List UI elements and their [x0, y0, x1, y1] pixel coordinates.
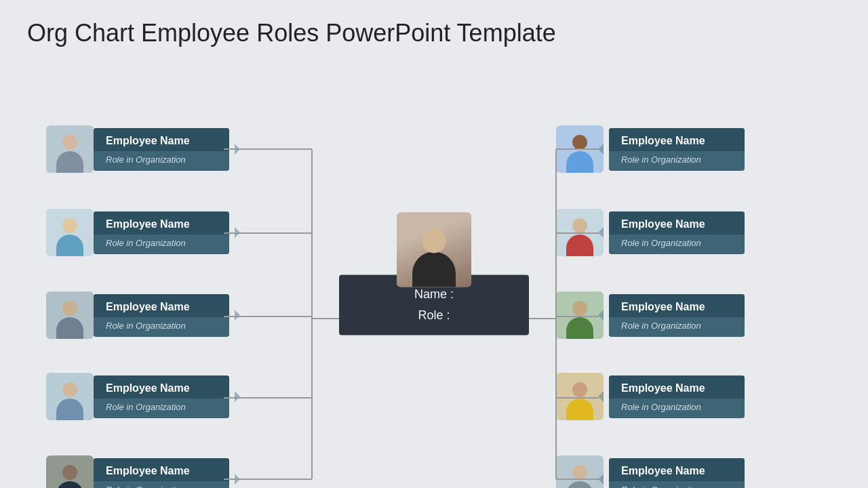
emp-photo-right-5 [556, 455, 604, 488]
page-title: Org Chart Employee Roles PowerPoint Temp… [0, 0, 868, 54]
center-node: Name : Role : [339, 200, 529, 335]
emp-role-left-3: Role in Organization [94, 317, 229, 337]
emp-photo-right-3 [556, 291, 604, 339]
emp-label-box-left-3: Employee Name Role in Organization [94, 294, 229, 337]
center-role-label: Role : [418, 308, 450, 322]
left-employee-2: Employee Name Role in Organization [41, 209, 229, 256]
emp-photo-right-4 [556, 373, 604, 420]
emp-role-left-2: Role in Organization [94, 235, 229, 254]
emp-label-box-right-5: Employee Name Role in Organization [609, 458, 745, 489]
emp-role-right-4: Role in Organization [609, 399, 745, 418]
emp-label-box-left-4: Employee Name Role in Organization [94, 375, 229, 418]
emp-name-left-5: Employee Name [94, 458, 229, 481]
left-employee-1: Employee Name Role in Organization [41, 125, 229, 173]
emp-label-box-right-3: Employee Name Role in Organization [609, 294, 745, 337]
emp-photo-left-5 [46, 455, 94, 488]
emp-photo-left-3 [46, 291, 94, 339]
chart-area: Employee Name Role in Organization Emplo… [0, 54, 868, 481]
center-photo-inner [397, 212, 471, 287]
emp-role-right-3: Role in Organization [609, 317, 745, 337]
center-photo [397, 212, 471, 287]
emp-role-left-1: Role in Organization [94, 151, 229, 171]
emp-photo-left-1 [46, 125, 94, 173]
emp-name-right-2: Employee Name [609, 211, 745, 235]
right-employee-2: Employee Name Role in Organization [556, 209, 745, 256]
emp-role-right-5: Role in Organization [609, 481, 745, 489]
right-employee-1: Employee Name Role in Organization [556, 125, 745, 173]
emp-photo-left-2 [46, 209, 94, 256]
emp-photo-right-1 [556, 125, 604, 173]
emp-role-right-1: Role in Organization [609, 151, 745, 171]
emp-name-right-3: Employee Name [609, 294, 745, 317]
center-head [422, 228, 446, 253]
emp-label-box-left-1: Employee Name Role in Organization [94, 128, 229, 171]
emp-photo-right-2 [556, 209, 604, 256]
emp-name-right-4: Employee Name [609, 375, 745, 399]
emp-role-left-4: Role in Organization [94, 399, 229, 418]
left-employee-3: Employee Name Role in Organization [41, 291, 229, 339]
left-employee-5: Employee Name Role in Organization [41, 455, 229, 488]
center-person-silhouette [407, 226, 461, 287]
emp-photo-left-4 [46, 373, 94, 420]
emp-label-box-left-2: Employee Name Role in Organization [94, 211, 229, 254]
center-body [412, 251, 456, 287]
emp-label-box-right-1: Employee Name Role in Organization [609, 128, 745, 171]
emp-role-right-2: Role in Organization [609, 235, 745, 254]
emp-label-box-left-5: Employee Name Role in Organization [94, 458, 229, 489]
emp-name-left-4: Employee Name [94, 375, 229, 399]
right-employee-4: Employee Name Role in Organization [556, 373, 745, 420]
emp-label-box-right-2: Employee Name Role in Organization [609, 211, 745, 254]
emp-role-left-5: Role in Organization [94, 481, 229, 489]
emp-name-left-3: Employee Name [94, 294, 229, 317]
emp-name-right-5: Employee Name [609, 458, 745, 481]
emp-name-right-1: Employee Name [609, 128, 745, 151]
emp-name-left-2: Employee Name [94, 211, 229, 235]
center-name-label: Name : [414, 287, 454, 301]
left-employee-4: Employee Name Role in Organization [41, 373, 229, 420]
right-employee-5: Employee Name Role in Organization [556, 455, 745, 488]
emp-name-left-1: Employee Name [94, 128, 229, 151]
emp-label-box-right-4: Employee Name Role in Organization [609, 375, 745, 418]
right-employee-3: Employee Name Role in Organization [556, 291, 745, 339]
